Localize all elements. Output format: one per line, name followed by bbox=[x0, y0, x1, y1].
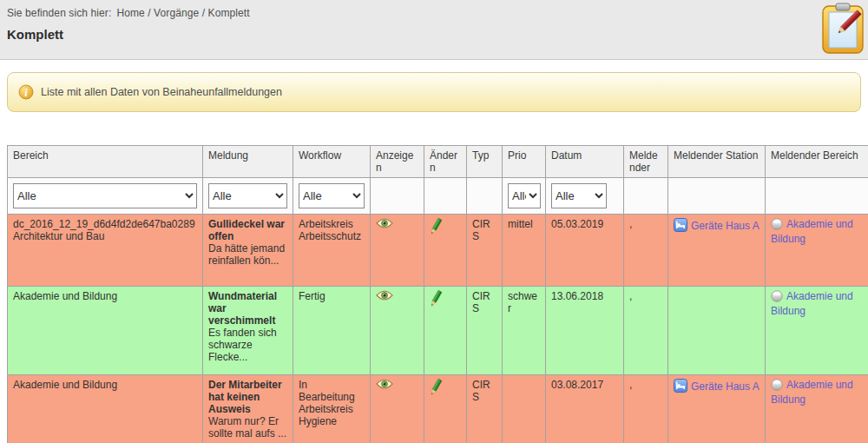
column-header-meldender[interactable]: Meldender bbox=[624, 146, 668, 178]
column-header-aendern: Ändern bbox=[424, 146, 467, 178]
cell-typ: CIRS bbox=[467, 287, 503, 375]
column-header-meldung[interactable]: Meldung bbox=[203, 146, 293, 178]
column-header-meldender-bereich[interactable]: Meldender Bereich bbox=[766, 146, 868, 178]
cell-meldender: , bbox=[624, 375, 668, 443]
sphere-icon bbox=[771, 379, 783, 393]
cell-datum: 13.06.2018 bbox=[546, 287, 624, 375]
view-button[interactable] bbox=[376, 218, 393, 231]
svg-text:i: i bbox=[24, 87, 28, 99]
eye-icon bbox=[376, 379, 393, 389]
column-header-datum[interactable]: Datum bbox=[546, 146, 624, 178]
breadcrumb-path[interactable]: Home / Vorgänge / Komplett bbox=[116, 7, 249, 19]
page-title: Komplett bbox=[7, 27, 859, 42]
breadcrumb: Sie befinden sich hier:Home / Vorgänge /… bbox=[7, 7, 859, 19]
cell-anzeigen bbox=[371, 287, 424, 375]
cell-typ: CIRS bbox=[467, 215, 503, 287]
meldung-preview: Warum nur? Er sollte mal aufs ... bbox=[208, 415, 287, 440]
column-header-anzeigen: Anzeigen bbox=[371, 146, 424, 178]
cell-meldender-station: Geräte Haus A bbox=[668, 375, 766, 443]
cell-meldung: Der Mitarbeiter hat keinen Ausweis Warum… bbox=[203, 375, 293, 443]
eye-icon bbox=[376, 218, 393, 228]
cell-aendern bbox=[424, 375, 467, 443]
view-button[interactable] bbox=[376, 290, 393, 303]
cell-prio: schwer bbox=[503, 287, 546, 375]
column-header-bereich[interactable]: Bereich bbox=[8, 146, 203, 178]
cell-workflow: In Bearbeitung Arbeitskreis Hygiene bbox=[293, 375, 371, 443]
table-row: Akademie und Bildung Wundmaterial war ve… bbox=[8, 287, 868, 375]
cell-workflow: Fertig bbox=[293, 287, 371, 375]
cell-prio: mittel bbox=[503, 215, 546, 287]
cell-meldender-station bbox=[668, 287, 766, 375]
cell-aendern bbox=[424, 215, 467, 287]
edit-button[interactable] bbox=[430, 218, 444, 239]
column-header-meldender-station[interactable]: Meldender Station bbox=[668, 146, 766, 178]
clipboard-pencil-icon bbox=[819, 3, 866, 55]
info-box: i Liste mit allen Daten von Beinaheunfal… bbox=[7, 72, 861, 112]
top-bar: Sie befinden sich hier:Home / Vorgänge /… bbox=[0, 0, 868, 60]
pencil-icon bbox=[430, 218, 444, 236]
cell-meldender-bereich: Akademie und Bildung bbox=[766, 215, 868, 287]
cell-meldender-station: Geräte Haus A bbox=[668, 215, 766, 287]
cell-meldender-bereich: Akademie und Bildung bbox=[766, 375, 868, 443]
cell-meldender: , bbox=[624, 287, 668, 375]
bereich-link[interactable]: Akademie und Bildung bbox=[771, 218, 853, 245]
pencil-icon bbox=[430, 379, 444, 397]
cell-meldung: Wundmaterial war verschimmelt Es fanden … bbox=[203, 287, 293, 375]
meldung-title: Der Mitarbeiter hat keinen Ausweis bbox=[208, 379, 287, 415]
filter-select-bereich[interactable]: Alle bbox=[13, 183, 197, 208]
cell-bereich: Akademie und Bildung bbox=[8, 375, 203, 443]
sphere-icon bbox=[771, 290, 783, 305]
sphere-icon bbox=[771, 218, 783, 233]
station-link[interactable]: Geräte Haus A bbox=[691, 220, 760, 232]
edit-button[interactable] bbox=[430, 379, 444, 400]
header-row: Bereich Meldung Workflow Anzeigen Ändern… bbox=[8, 146, 868, 178]
cell-aendern bbox=[424, 287, 467, 375]
table-row: dc_2016_12_19_d6d4fd2de647ba0289 Archite… bbox=[8, 215, 868, 287]
info-icon: i bbox=[18, 84, 34, 100]
cell-meldung: Gullideckel war offen Da hätte jemand re… bbox=[203, 215, 293, 287]
filter-select-workflow[interactable]: Alle bbox=[299, 183, 365, 208]
cell-workflow: Arbeitskreis Arbeitsschutz bbox=[293, 215, 371, 287]
cell-prio bbox=[503, 375, 546, 443]
info-text: Liste mit allen Daten von Beinaheunfallm… bbox=[41, 86, 282, 98]
filter-select-prio[interactable]: Alle bbox=[508, 183, 541, 208]
bed-icon bbox=[674, 379, 687, 395]
column-header-prio[interactable]: Prio bbox=[503, 146, 546, 178]
eye-icon bbox=[376, 290, 393, 301]
cell-bereich: Akademie und Bildung bbox=[8, 287, 203, 375]
meldung-title: Gullideckel war offen bbox=[208, 218, 287, 242]
cell-datum: 03.08.2017 bbox=[546, 375, 624, 443]
cell-bereich: dc_2016_12_19_d6d4fd2de647ba0289 Archite… bbox=[8, 215, 203, 287]
pencil-icon bbox=[430, 290, 444, 308]
filter-select-meldung[interactable]: Alle bbox=[208, 183, 287, 208]
column-header-workflow[interactable]: Workflow bbox=[293, 146, 371, 178]
cell-datum: 05.03.2019 bbox=[546, 215, 624, 287]
bereich-link[interactable]: Akademie und Bildung bbox=[771, 379, 853, 406]
cell-anzeigen bbox=[371, 375, 424, 443]
station-link[interactable]: Geräte Haus A bbox=[691, 380, 760, 393]
table-row: Akademie und Bildung Der Mitarbeiter hat… bbox=[8, 375, 868, 443]
cell-meldender-bereich: Akademie und Bildung bbox=[766, 287, 868, 375]
edit-button[interactable] bbox=[430, 290, 444, 311]
bed-icon bbox=[674, 218, 687, 235]
bereich-link[interactable]: Akademie und Bildung bbox=[771, 290, 853, 317]
filter-select-datum[interactable]: Alle bbox=[551, 183, 607, 208]
meldung-title: Wundmaterial war verschimmelt bbox=[208, 290, 287, 327]
cell-meldender: , bbox=[624, 215, 668, 287]
breadcrumb-label: Sie befinden sich hier: bbox=[7, 7, 111, 19]
meldung-preview: Da hätte jemand reinfallen kön... bbox=[208, 242, 287, 267]
clipboard-edit-button[interactable] bbox=[819, 3, 866, 55]
cell-anzeigen bbox=[371, 215, 424, 287]
meldung-preview: Es fanden sich schwarze Flecke... bbox=[208, 327, 287, 363]
view-button[interactable] bbox=[376, 379, 393, 392]
filter-row: Alle Alle Alle Alle Alle bbox=[8, 178, 868, 215]
report-table: Bereich Meldung Workflow Anzeigen Ändern… bbox=[7, 145, 868, 443]
column-header-typ[interactable]: Typ bbox=[467, 146, 503, 178]
cell-typ: CIRS bbox=[467, 375, 503, 443]
